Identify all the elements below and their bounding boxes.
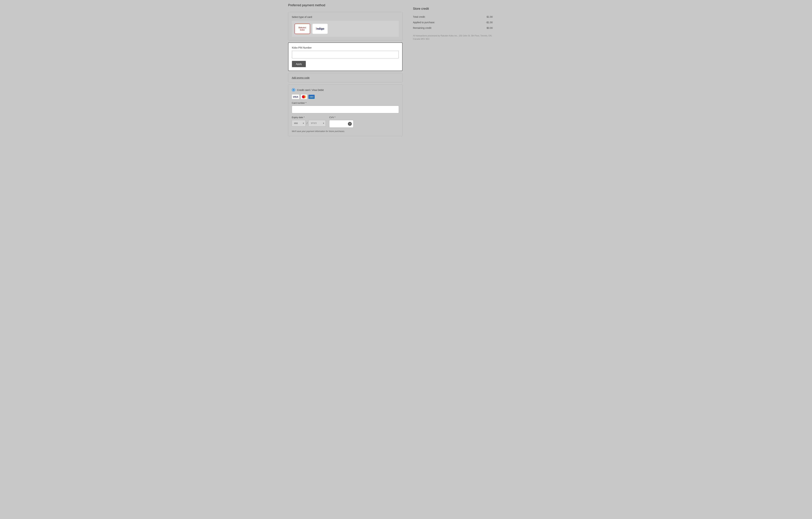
store-credit-title: Store credit bbox=[413, 7, 493, 10]
card-brand-logos: VISA AMEX bbox=[292, 94, 399, 99]
credit-card-radio-label: Credit card / Visa Debit bbox=[297, 88, 324, 91]
card-number-input[interactable] bbox=[292, 106, 399, 113]
visa-logo: VISA bbox=[292, 94, 299, 99]
expiry-month-select[interactable]: MM 010203 040506 070809 101112 bbox=[292, 120, 306, 127]
applied-to-purchase-row: Applied to purchase: -$1.00 bbox=[413, 20, 493, 25]
promo-section: Add promo code bbox=[288, 73, 403, 82]
section-title: Preferred payment method bbox=[288, 3, 403, 7]
apply-button[interactable]: Apply bbox=[292, 61, 306, 67]
total-credit-label: Total credit: bbox=[413, 16, 426, 18]
save-payment-info-text: We'll save your payment information for … bbox=[292, 130, 399, 133]
pin-form-panel: Kobo PIN Number Apply bbox=[288, 43, 403, 71]
pin-label: Kobo PIN Number bbox=[292, 46, 399, 49]
amex-logo: AMEX bbox=[309, 95, 315, 99]
mc-left-circle bbox=[302, 95, 304, 98]
credit-card-radio[interactable] bbox=[292, 88, 295, 91]
remaining-credit-row: Remaining credit: $0.00 bbox=[413, 25, 493, 31]
left-column: Preferred payment method Select type of … bbox=[288, 3, 403, 136]
card-type-label: Select type of card: bbox=[292, 16, 399, 18]
rakuten-kobo-logo: Rakuten kobo bbox=[298, 27, 306, 31]
applied-to-purchase-value: -$1.00 bbox=[486, 21, 493, 24]
total-credit-row: Total credit: $1.00 bbox=[413, 14, 493, 20]
cvv-group: CVV * ? bbox=[329, 116, 353, 128]
transactions-disclaimer-text: All transactions processed by Rakuten Ko… bbox=[413, 34, 493, 41]
expiry-label: Expiry date * bbox=[292, 116, 326, 119]
expiry-selects: MM 010203 040506 070809 101112 ▼ / YYY bbox=[292, 120, 326, 127]
expiry-slash-divider: / bbox=[307, 122, 307, 125]
remaining-credit-value: $0.00 bbox=[487, 27, 493, 29]
expiry-group: Expiry date * MM 010203 040506 070809 10… bbox=[292, 116, 326, 127]
card-number-label: Card number * bbox=[292, 102, 399, 104]
card-options-container: Rakuten kobo !ndigo bbox=[292, 21, 399, 37]
total-credit-value: $1.00 bbox=[487, 16, 493, 18]
mm-select-wrapper: MM 010203 040506 070809 101112 ▼ bbox=[292, 120, 306, 127]
expiry-cvv-row: Expiry date * MM 010203 040506 070809 10… bbox=[292, 116, 399, 128]
store-credit-panel: Store credit Total credit: $1.00 Applied… bbox=[409, 3, 496, 44]
credit-card-radio-row[interactable]: Credit card / Visa Debit bbox=[292, 88, 399, 91]
kobo-pin-input[interactable] bbox=[292, 51, 399, 58]
mastercard-logo bbox=[301, 94, 307, 99]
applied-to-purchase-label: Applied to purchase: bbox=[413, 21, 435, 24]
right-column: Store credit Total credit: $1.00 Applied… bbox=[409, 3, 496, 136]
card-type-panel: Select type of card: Rakuten kobo !ndigo bbox=[288, 12, 403, 40]
credit-card-section: Credit card / Visa Debit VISA AMEX Card … bbox=[288, 84, 403, 136]
card-option-rakuten[interactable]: Rakuten kobo bbox=[294, 24, 310, 34]
card-option-indigo[interactable]: !ndigo bbox=[312, 24, 328, 34]
cvv-label: CVV * bbox=[329, 116, 353, 119]
add-promo-code-link[interactable]: Add promo code bbox=[292, 76, 310, 79]
cvv-input-wrapper: ? bbox=[329, 120, 353, 128]
expiry-year-select[interactable]: YYYY 202420252026 202720282029 2030 bbox=[309, 120, 326, 127]
indigo-logo: !ndigo bbox=[316, 27, 324, 30]
yyyy-select-wrapper: YYYY 202420252026 202720282029 2030 ▼ bbox=[309, 120, 326, 127]
remaining-credit-label: Remaining credit: bbox=[413, 27, 432, 29]
